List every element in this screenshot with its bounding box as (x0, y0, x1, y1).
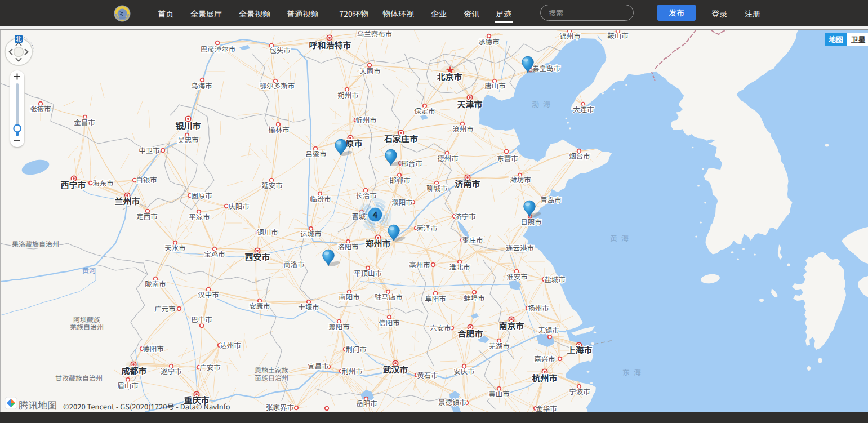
svg-text:西安市: 西安市 (244, 251, 270, 262)
svg-text:合肥市: 合肥市 (457, 327, 483, 339)
svg-text:德州市: 德州市 (437, 153, 459, 163)
svg-text:东营市: 东营市 (497, 153, 518, 163)
svg-text:荆门市: 荆门市 (345, 344, 367, 354)
svg-text:乌兰察布市: 乌兰察布市 (357, 30, 393, 39)
svg-text:驻马店市: 驻马店市 (375, 291, 403, 302)
svg-text:无锡市: 无锡市 (538, 324, 559, 335)
svg-text:枣庄市: 枣庄市 (462, 234, 483, 245)
svg-text:兰州市: 兰州市 (114, 195, 140, 207)
svg-text:菏泽市: 菏泽市 (416, 222, 438, 233)
svg-text:黄山市: 黄山市 (488, 388, 510, 399)
svg-text:六安市: 六安市 (430, 322, 451, 333)
svg-text:蚌埠市: 蚌埠市 (464, 292, 485, 303)
svg-text:唐山市: 唐山市 (484, 80, 506, 91)
svg-text:平凉市: 平凉市 (189, 211, 210, 222)
svg-text:羌族自治州: 羌族自治州 (70, 322, 104, 331)
svg-text:安庆市: 安庆市 (453, 366, 475, 376)
svg-text:青岛市: 青岛市 (540, 194, 562, 205)
svg-text:南阳市: 南阳市 (339, 291, 360, 302)
svg-text:宁波市: 宁波市 (569, 386, 590, 397)
svg-text:天水市: 天水市 (164, 242, 186, 253)
svg-text:景德镇市: 景德镇市 (438, 397, 466, 407)
svg-text:十堰市: 十堰市 (298, 301, 319, 312)
svg-text:黄河: 黄河 (82, 265, 96, 275)
svg-text:沧州市: 沧州市 (452, 123, 474, 134)
svg-text:芜湖市: 芜湖市 (488, 340, 510, 351)
svg-text:郑州市: 郑州市 (365, 237, 390, 249)
svg-text:中卫市: 中卫市 (139, 145, 160, 155)
svg-text:石家庄市: 石家庄市 (384, 132, 418, 144)
svg-text:盐城市: 盐城市 (544, 274, 566, 284)
svg-text:金昌市: 金昌市 (74, 117, 95, 127)
svg-text:承德市: 承德市 (478, 36, 500, 47)
svg-text:杭州市: 杭州市 (532, 372, 557, 384)
svg-text:平顶山市: 平顶山市 (354, 268, 382, 278)
svg-text:邯郸市: 邯郸市 (389, 175, 411, 185)
svg-text:连云港市: 连云港市 (506, 242, 534, 253)
svg-text:达州市: 达州市 (220, 340, 241, 350)
svg-text:乌海市: 乌海市 (191, 80, 212, 91)
svg-text:苗族自治州: 苗族自治州 (255, 372, 288, 382)
svg-text:聊城市: 聊城市 (426, 182, 448, 193)
svg-text:吕梁市: 吕梁市 (305, 148, 327, 159)
svg-text:朔州市: 朔州市 (337, 90, 359, 100)
svg-text:濮阳市: 濮阳市 (391, 197, 413, 207)
svg-text:临汾市: 临汾市 (310, 193, 331, 204)
svg-text:荆州市: 荆州市 (341, 366, 363, 376)
svg-text:淮安市: 淮安市 (506, 271, 528, 282)
svg-text:济宁市: 济宁市 (455, 211, 476, 221)
svg-text:铜川市: 铜川市 (257, 226, 278, 237)
svg-text:宜昌市: 宜昌市 (308, 360, 329, 371)
svg-text:成都市: 成都市 (121, 364, 146, 376)
svg-text:上海市: 上海市 (567, 344, 592, 355)
svg-text:大同市: 大同市 (359, 65, 381, 76)
svg-text:扬州市: 扬州市 (528, 302, 549, 313)
svg-text:淮北市: 淮北市 (449, 261, 470, 272)
svg-text:汉中市: 汉中市 (198, 289, 219, 300)
svg-text:果洛藏族自治州: 果洛藏族自治州 (12, 239, 59, 248)
svg-text:海东市: 海东市 (92, 177, 114, 188)
svg-text:南京市: 南京市 (498, 319, 524, 331)
svg-text:宝鸡市: 宝鸡市 (204, 248, 225, 259)
svg-text:北: 北 (16, 34, 22, 43)
svg-text:鞍山市: 鞍山市 (607, 30, 629, 41)
svg-text:4: 4 (372, 208, 378, 220)
svg-text:金华市: 金华市 (536, 403, 557, 412)
svg-text:黄海: 黄海 (610, 233, 633, 243)
svg-text:吴忠市: 吴忠市 (177, 134, 199, 145)
svg-text:西宁市: 西宁市 (60, 179, 86, 190)
svg-text:襄阳市: 襄阳市 (328, 321, 350, 332)
svg-text:定西市: 定西市 (136, 211, 158, 221)
svg-text:保定市: 保定市 (414, 105, 435, 116)
svg-text:天津市: 天津市 (457, 98, 482, 110)
svg-text:安康市: 安康市 (249, 300, 270, 311)
svg-text:鄂尔多斯市: 鄂尔多斯市 (260, 80, 295, 91)
svg-text:德阳市: 德阳市 (143, 343, 164, 354)
svg-text:潍坊市: 潍坊市 (510, 174, 531, 185)
svg-text:渤海: 渤海 (532, 99, 554, 109)
svg-text:眉山市: 眉山市 (117, 380, 139, 390)
svg-text:延安市: 延安市 (261, 180, 283, 190)
svg-text:洛阳市: 洛阳市 (337, 241, 359, 252)
svg-text:亳州市: 亳州市 (409, 259, 430, 270)
svg-text:张掖市: 张掖市 (30, 103, 51, 114)
svg-text:锦州市: 锦州市 (559, 30, 581, 41)
svg-text:固原市: 固原市 (191, 190, 212, 201)
svg-text:陇南市: 陇南市 (145, 278, 166, 289)
svg-text:甘孜藏族自治州: 甘孜藏族自治州 (55, 373, 103, 382)
svg-text:白银市: 白银市 (136, 174, 157, 185)
svg-text:运城市: 运城市 (300, 228, 322, 239)
svg-text:大连市: 大连市 (573, 104, 594, 114)
svg-text:忻州市: 忻州市 (355, 114, 377, 125)
svg-text:庆阳市: 庆阳市 (228, 201, 250, 211)
svg-text:包头市: 包头市 (269, 44, 291, 55)
svg-text:东海: 东海 (622, 367, 645, 377)
svg-text:巴彦淖尔市: 巴彦淖尔市 (201, 43, 236, 54)
svg-text:榆林市: 榆林市 (268, 124, 290, 135)
svg-text:银川市: 银川市 (175, 119, 201, 131)
svg-text:广安市: 广安市 (199, 362, 221, 372)
svg-text:张家界市: 张家界市 (266, 402, 294, 412)
svg-text:广元市: 广元市 (154, 303, 176, 314)
svg-text:武汉市: 武汉市 (382, 363, 408, 375)
svg-text:嘉兴市: 嘉兴市 (534, 353, 555, 364)
